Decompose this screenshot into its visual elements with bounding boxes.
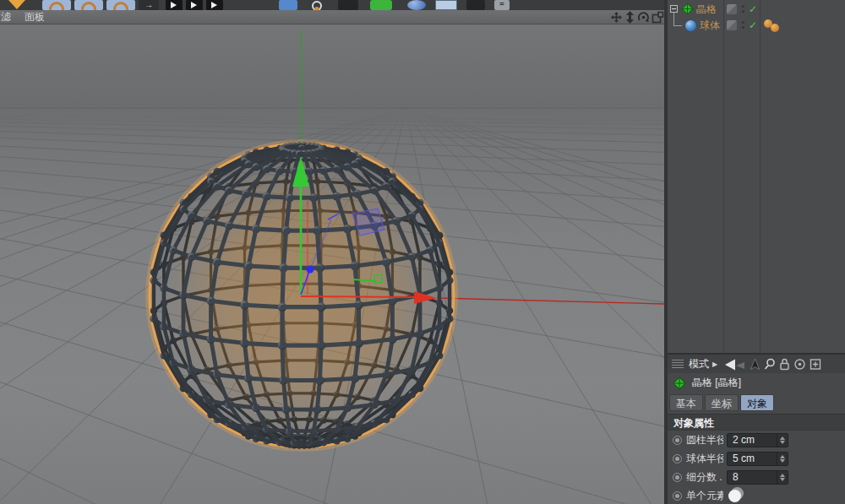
sphere-icon — [684, 19, 697, 32]
prop-row-subdivisions: 细分数 . 8 — [668, 468, 845, 486]
rotate-view-icon[interactable] — [637, 11, 650, 24]
menu-panel[interactable]: 面板 — [23, 10, 46, 24]
tab-object[interactable]: 对象 — [740, 394, 774, 411]
prop-label: 单个元素 — [686, 489, 723, 503]
toolbar-button-orange-arrow-icon[interactable] — [8, 0, 25, 9]
tree-line — [673, 25, 682, 26]
object-title: 晶格 [晶格] — [692, 376, 741, 390]
toolbar-button-key-icon[interactable] — [186, 0, 203, 10]
mode-label[interactable]: 模式 — [689, 357, 709, 371]
section-object-properties: 对象属性 — [668, 414, 845, 431]
enabled-check-icon[interactable]: ✓ — [749, 4, 757, 14]
keyframe-dot-icon[interactable] — [673, 491, 682, 501]
layer-chip-icon[interactable] — [727, 4, 737, 14]
search-icon[interactable] — [764, 358, 776, 371]
prop-row-sphere-radius: 球体半径 5 cm — [668, 449, 845, 468]
toolbar-button-circle-icon[interactable] — [106, 0, 135, 10]
om-row-sphere[interactable]: 球体 ✓ — [668, 18, 845, 33]
menu-filter[interactable]: 过滤 — [0, 10, 13, 24]
viewport-canvas[interactable] — [0, 24, 664, 504]
toolbar-button-circle-icon[interactable] — [42, 0, 71, 10]
lock-icon[interactable] — [779, 358, 790, 371]
toolbar-button-circle-icon[interactable] — [74, 0, 103, 10]
toolbar-button-dark-icon[interactable] — [466, 0, 485, 10]
attribute-tabs: 基本 坐标 对象 — [668, 393, 845, 414]
tab-basic[interactable]: 基本 — [669, 394, 703, 411]
attribute-object-header: 晶格 [晶格] — [668, 373, 845, 393]
object-manager: 晶格 ✓ 球体 ✓ — [668, 0, 845, 353]
toolbar-button-green-icon[interactable] — [370, 0, 392, 10]
toolbar-button-cube-icon[interactable] — [279, 0, 297, 10]
om-row-lattice[interactable]: 晶格 ✓ — [668, 2, 845, 17]
plus-box-icon[interactable] — [810, 358, 821, 371]
pointer-icon[interactable] — [750, 358, 760, 371]
om-column-separator — [760, 0, 760, 353]
history-back-icon[interactable] — [724, 358, 746, 371]
grip-icon — [672, 360, 684, 368]
om-label-sphere[interactable]: 球体 — [700, 19, 720, 32]
prop-row-cylinder-radius: 圆柱半径 2 cm — [668, 431, 845, 449]
sphere-radius-field[interactable]: 5 cm — [727, 452, 788, 466]
keyframe-dot-icon[interactable] — [673, 436, 682, 445]
cylinder-radius-field[interactable]: 2 cm — [727, 433, 788, 447]
layer-chip-icon[interactable] — [727, 20, 737, 30]
single-elements-toggle[interactable] — [728, 490, 741, 502]
keyframe-dot-icon[interactable] — [673, 473, 682, 482]
tree-line — [673, 12, 674, 25]
prop-label: 球体半径 — [686, 452, 723, 466]
enabled-check-icon[interactable]: ✓ — [749, 20, 757, 30]
right-panel: 晶格 ✓ 球体 ✓ — [664, 0, 845, 504]
toolbar-button-sphere-icon[interactable] — [407, 0, 426, 10]
prop-label: 细分数 . — [686, 470, 723, 485]
prop-label: 圆柱半径 — [686, 433, 723, 447]
toolbar-button-key-icon[interactable] — [166, 0, 183, 10]
om-column-separator — [723, 0, 724, 353]
toolbar-button-dark-icon[interactable] — [338, 0, 358, 10]
attribute-mode-bar: 模式 ▶ — [668, 353, 845, 373]
stepper[interactable] — [777, 471, 788, 484]
maximize-view-icon[interactable] — [651, 11, 664, 24]
toolbar-button-ring-icon[interactable] — [306, 0, 328, 10]
material-tag-icon[interactable] — [771, 24, 779, 32]
subdivisions-field[interactable]: 8 — [727, 470, 788, 485]
om-label-lattice[interactable]: 晶格 — [696, 3, 717, 16]
cinema4d-window: →= 过滤面板 — [0, 0, 845, 504]
keyframe-dot-icon[interactable] — [673, 454, 682, 463]
target-icon[interactable] — [793, 358, 806, 371]
lattice-icon — [673, 377, 686, 390]
zoom-view-icon[interactable] — [624, 11, 635, 24]
lattice-icon — [681, 3, 694, 15]
viewport-menubar: 过滤面板 — [0, 10, 668, 24]
prop-row-single-elements: 单个元素 — [668, 486, 845, 504]
toolbar-button-arrow-icon[interactable]: → — [139, 0, 159, 10]
top-toolbar: →= — [0, 0, 668, 10]
chevron-right-icon: ▶ — [712, 360, 717, 368]
tab-coordinates[interactable]: 坐标 — [705, 394, 739, 411]
toolbar-button-table-icon[interactable] — [435, 0, 457, 10]
viewport-3d[interactable] — [0, 24, 664, 504]
pan-view-icon[interactable] — [610, 11, 623, 24]
horizon-fade — [0, 108, 664, 144]
toolbar-button-eq-icon[interactable]: = — [494, 0, 510, 10]
toolbar-button-key-icon[interactable] — [206, 0, 223, 10]
stepper[interactable] — [777, 453, 788, 465]
stepper[interactable] — [777, 434, 788, 447]
